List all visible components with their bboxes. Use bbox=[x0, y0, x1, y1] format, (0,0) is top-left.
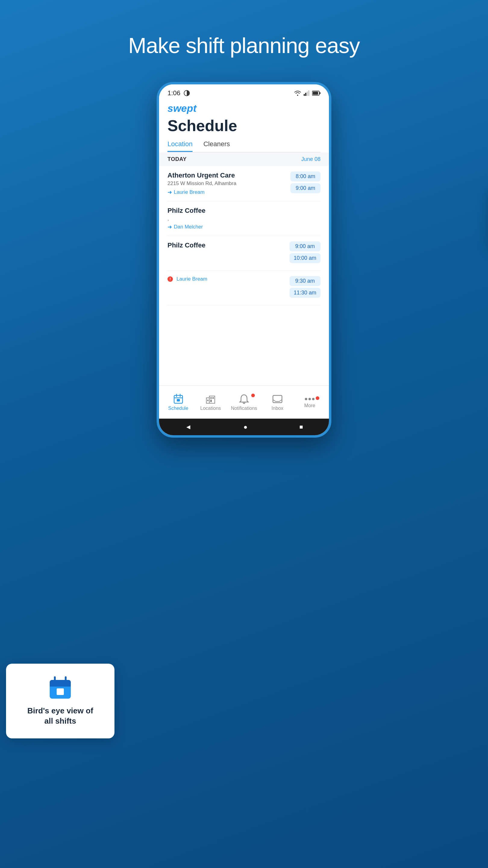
item-cleaner-1: ➜ Laurie Bream bbox=[167, 189, 236, 195]
schedule-item-4[interactable]: ! Laurie Bream 9:30 am 11:30 am bbox=[167, 271, 321, 305]
item-right-4: 9:30 am 11:30 am bbox=[290, 276, 321, 300]
cleaner-arrow-icon: ➜ bbox=[167, 189, 172, 195]
notifications-badge bbox=[251, 394, 255, 397]
battery-icon bbox=[312, 91, 321, 96]
time-badge-1b: 9:00 am bbox=[290, 183, 321, 193]
status-icons bbox=[294, 90, 321, 96]
time-badge-4b: 11:30 am bbox=[290, 288, 321, 298]
more-badge bbox=[316, 396, 319, 400]
svg-rect-1 bbox=[304, 94, 305, 96]
screen-title: Schedule bbox=[167, 117, 321, 135]
item-left-4: ! Laurie Bream bbox=[167, 276, 207, 282]
birds-eye-card: Bird's eye view ofall shifts bbox=[6, 664, 115, 738]
svg-rect-12 bbox=[177, 399, 180, 401]
signal-icon bbox=[304, 90, 310, 96]
time-badge-3a: 9:00 am bbox=[290, 241, 321, 251]
svg-rect-3 bbox=[307, 92, 308, 96]
cleaner-name-2: Dan Melcher bbox=[174, 224, 203, 230]
locations-nav-icon bbox=[205, 394, 216, 404]
item-left-1: Atherton Urgent Care 2215 W Mission Rd, … bbox=[167, 172, 236, 195]
svg-rect-7 bbox=[313, 92, 318, 95]
cleaner-arrow-icon-2: ➜ bbox=[167, 224, 172, 230]
nav-item-inbox[interactable]: Inbox bbox=[265, 394, 290, 411]
item-cleaner-2: ➜ Dan Melcher bbox=[167, 224, 205, 230]
item-left-2: Philz Coffee , ➜ Dan Melcher bbox=[167, 207, 205, 230]
nav-item-schedule[interactable]: Schedule bbox=[166, 394, 190, 411]
status-time: 1:06 bbox=[167, 89, 181, 97]
date-header: TODAY June 08 bbox=[159, 153, 329, 166]
date-value: June 08 bbox=[301, 156, 321, 162]
nav-label-inbox: Inbox bbox=[271, 406, 283, 411]
nav-label-more: More bbox=[304, 403, 315, 408]
time-badge-1a: 8:00 am bbox=[290, 172, 321, 181]
half-circle-icon bbox=[184, 90, 190, 96]
svg-point-22 bbox=[308, 398, 311, 400]
page-headline: Make shift planning easy bbox=[128, 33, 360, 58]
android-home-btn[interactable]: ● bbox=[243, 423, 247, 431]
bell-nav-icon bbox=[238, 394, 250, 404]
item-cleaner-4: ! Laurie Bream bbox=[167, 276, 207, 282]
status-bar: 1:06 bbox=[159, 84, 329, 99]
svg-rect-17 bbox=[207, 400, 208, 401]
wifi-icon bbox=[294, 90, 301, 96]
bottom-nav: Schedule Locations Notifications bbox=[159, 385, 329, 418]
more-nav-icon bbox=[304, 396, 315, 402]
item-address-2: , bbox=[167, 216, 205, 221]
svg-point-21 bbox=[305, 398, 307, 400]
item-left-3: Philz Coffee bbox=[167, 241, 205, 250]
schedule-item-2[interactable]: Philz Coffee , ➜ Dan Melcher bbox=[167, 201, 321, 236]
android-recents-btn[interactable]: ■ bbox=[299, 424, 303, 430]
birds-eye-title: Bird's eye view ofall shifts bbox=[21, 706, 99, 726]
svg-rect-29 bbox=[57, 688, 64, 695]
schedule-nav-icon bbox=[173, 394, 184, 404]
svg-rect-2 bbox=[305, 93, 306, 96]
date-label: TODAY bbox=[167, 156, 187, 162]
nav-label-schedule: Schedule bbox=[168, 406, 188, 411]
time-badge-3b: 10:00 am bbox=[290, 253, 321, 263]
app-content: swept Schedule Location Cleaners TODAY J… bbox=[159, 99, 329, 408]
svg-rect-4 bbox=[308, 90, 310, 96]
nav-item-locations[interactable]: Locations bbox=[198, 394, 223, 411]
item-name-2: Philz Coffee bbox=[167, 207, 205, 215]
item-name-3: Philz Coffee bbox=[167, 241, 205, 249]
calendar-icon bbox=[48, 676, 72, 700]
schedule-item-1[interactable]: Atherton Urgent Care 2215 W Mission Rd, … bbox=[167, 166, 321, 201]
schedule-item-3[interactable]: Philz Coffee 9:00 am 10:00 am bbox=[167, 236, 321, 271]
nav-item-more[interactable]: More bbox=[298, 396, 322, 408]
time-badge-4a: 9:30 am bbox=[290, 276, 321, 286]
nav-item-notifications[interactable]: Notifications bbox=[231, 394, 257, 411]
item-address-1: 2215 W Mission Rd, Alhambra bbox=[167, 181, 236, 187]
item-name-1: Atherton Urgent Care bbox=[167, 172, 236, 179]
nav-label-locations: Locations bbox=[200, 406, 221, 411]
svg-rect-26 bbox=[50, 683, 71, 687]
app-logo: swept bbox=[167, 102, 321, 114]
svg-rect-19 bbox=[213, 397, 214, 399]
svg-rect-18 bbox=[210, 397, 212, 399]
svg-rect-16 bbox=[210, 400, 212, 402]
android-back-btn[interactable]: ◄ bbox=[185, 423, 192, 431]
cleaner-name-1: Laurie Bream bbox=[174, 189, 204, 195]
svg-rect-14 bbox=[209, 396, 215, 403]
inbox-nav-icon bbox=[272, 394, 283, 404]
tab-cleaners[interactable]: Cleaners bbox=[203, 140, 230, 152]
phone-frame: 1:06 bbox=[157, 82, 331, 438]
svg-rect-6 bbox=[320, 92, 321, 94]
nav-label-notifications: Notifications bbox=[231, 406, 257, 411]
tabs-container: Location Cleaners bbox=[167, 140, 321, 153]
item-right-3: 9:00 am 10:00 am bbox=[290, 241, 321, 265]
error-badge: ! bbox=[167, 276, 173, 282]
android-nav: ◄ ● ■ bbox=[159, 418, 329, 435]
svg-point-23 bbox=[312, 398, 315, 400]
item-right-1: 8:00 am 9:00 am bbox=[290, 172, 321, 195]
cleaner-name-4: Laurie Bream bbox=[176, 276, 207, 282]
tab-location[interactable]: Location bbox=[167, 140, 193, 152]
